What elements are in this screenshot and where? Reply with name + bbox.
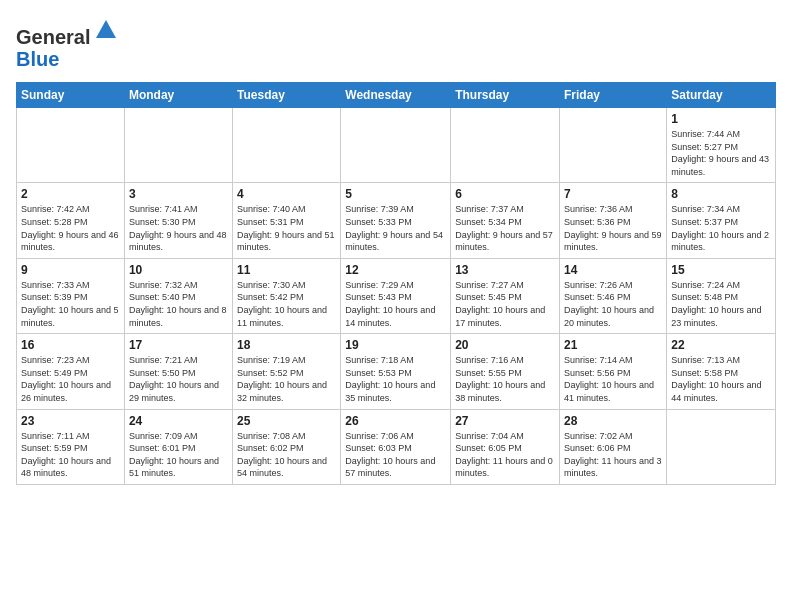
calendar-week-row: 9Sunrise: 7:33 AM Sunset: 5:39 PM Daylig… [17,258,776,333]
day-number: 11 [237,263,336,277]
day-number: 19 [345,338,446,352]
calendar-cell: 5Sunrise: 7:39 AM Sunset: 5:33 PM Daylig… [341,183,451,258]
calendar-cell: 15Sunrise: 7:24 AM Sunset: 5:48 PM Dayli… [667,258,776,333]
day-info: Sunrise: 7:44 AM Sunset: 5:27 PM Dayligh… [671,128,771,178]
day-number: 25 [237,414,336,428]
day-number: 4 [237,187,336,201]
day-info: Sunrise: 7:36 AM Sunset: 5:36 PM Dayligh… [564,203,662,253]
day-info: Sunrise: 7:02 AM Sunset: 6:06 PM Dayligh… [564,430,662,480]
weekday-header: Friday [560,83,667,108]
header: General Blue [16,16,776,70]
day-number: 6 [455,187,555,201]
calendar-cell [17,108,125,183]
calendar-cell: 8Sunrise: 7:34 AM Sunset: 5:37 PM Daylig… [667,183,776,258]
calendar-cell: 18Sunrise: 7:19 AM Sunset: 5:52 PM Dayli… [233,334,341,409]
day-info: Sunrise: 7:16 AM Sunset: 5:55 PM Dayligh… [455,354,555,404]
logo-icon [92,16,120,44]
calendar-table: SundayMondayTuesdayWednesdayThursdayFrid… [16,82,776,485]
calendar-cell: 27Sunrise: 7:04 AM Sunset: 6:05 PM Dayli… [451,409,560,484]
day-number: 14 [564,263,662,277]
logo-blue-text: Blue [16,48,59,70]
day-info: Sunrise: 7:29 AM Sunset: 5:43 PM Dayligh… [345,279,446,329]
calendar-cell: 2Sunrise: 7:42 AM Sunset: 5:28 PM Daylig… [17,183,125,258]
day-info: Sunrise: 7:19 AM Sunset: 5:52 PM Dayligh… [237,354,336,404]
calendar-cell [233,108,341,183]
calendar-cell: 1Sunrise: 7:44 AM Sunset: 5:27 PM Daylig… [667,108,776,183]
page: General Blue SundayMondayTuesdayWednesda… [0,0,792,495]
day-number: 22 [671,338,771,352]
calendar-week-row: 1Sunrise: 7:44 AM Sunset: 5:27 PM Daylig… [17,108,776,183]
day-number: 18 [237,338,336,352]
calendar-cell: 23Sunrise: 7:11 AM Sunset: 5:59 PM Dayli… [17,409,125,484]
day-info: Sunrise: 7:32 AM Sunset: 5:40 PM Dayligh… [129,279,228,329]
calendar-cell [341,108,451,183]
calendar-cell: 19Sunrise: 7:18 AM Sunset: 5:53 PM Dayli… [341,334,451,409]
calendar-cell: 25Sunrise: 7:08 AM Sunset: 6:02 PM Dayli… [233,409,341,484]
day-info: Sunrise: 7:14 AM Sunset: 5:56 PM Dayligh… [564,354,662,404]
day-info: Sunrise: 7:27 AM Sunset: 5:45 PM Dayligh… [455,279,555,329]
calendar-cell: 7Sunrise: 7:36 AM Sunset: 5:36 PM Daylig… [560,183,667,258]
weekday-header: Tuesday [233,83,341,108]
day-number: 28 [564,414,662,428]
calendar-cell: 13Sunrise: 7:27 AM Sunset: 5:45 PM Dayli… [451,258,560,333]
calendar-header-row: SundayMondayTuesdayWednesdayThursdayFrid… [17,83,776,108]
day-number: 12 [345,263,446,277]
day-info: Sunrise: 7:06 AM Sunset: 6:03 PM Dayligh… [345,430,446,480]
calendar-cell: 4Sunrise: 7:40 AM Sunset: 5:31 PM Daylig… [233,183,341,258]
calendar-cell: 26Sunrise: 7:06 AM Sunset: 6:03 PM Dayli… [341,409,451,484]
day-info: Sunrise: 7:09 AM Sunset: 6:01 PM Dayligh… [129,430,228,480]
logo: General Blue [16,16,120,70]
day-info: Sunrise: 7:30 AM Sunset: 5:42 PM Dayligh… [237,279,336,329]
day-number: 3 [129,187,228,201]
day-info: Sunrise: 7:08 AM Sunset: 6:02 PM Dayligh… [237,430,336,480]
day-number: 5 [345,187,446,201]
day-info: Sunrise: 7:23 AM Sunset: 5:49 PM Dayligh… [21,354,120,404]
day-number: 15 [671,263,771,277]
calendar-cell: 22Sunrise: 7:13 AM Sunset: 5:58 PM Dayli… [667,334,776,409]
day-number: 27 [455,414,555,428]
calendar-cell: 6Sunrise: 7:37 AM Sunset: 5:34 PM Daylig… [451,183,560,258]
weekday-header: Thursday [451,83,560,108]
day-info: Sunrise: 7:41 AM Sunset: 5:30 PM Dayligh… [129,203,228,253]
calendar-cell [451,108,560,183]
svg-marker-0 [96,20,116,38]
logo-general-text: General [16,26,90,48]
day-number: 13 [455,263,555,277]
day-number: 2 [21,187,120,201]
day-info: Sunrise: 7:37 AM Sunset: 5:34 PM Dayligh… [455,203,555,253]
day-number: 10 [129,263,228,277]
calendar-cell: 17Sunrise: 7:21 AM Sunset: 5:50 PM Dayli… [124,334,232,409]
day-info: Sunrise: 7:42 AM Sunset: 5:28 PM Dayligh… [21,203,120,253]
day-info: Sunrise: 7:04 AM Sunset: 6:05 PM Dayligh… [455,430,555,480]
day-number: 26 [345,414,446,428]
day-number: 24 [129,414,228,428]
day-number: 20 [455,338,555,352]
calendar-week-row: 23Sunrise: 7:11 AM Sunset: 5:59 PM Dayli… [17,409,776,484]
day-number: 9 [21,263,120,277]
weekday-header: Sunday [17,83,125,108]
calendar-cell: 24Sunrise: 7:09 AM Sunset: 6:01 PM Dayli… [124,409,232,484]
day-info: Sunrise: 7:24 AM Sunset: 5:48 PM Dayligh… [671,279,771,329]
day-number: 8 [671,187,771,201]
day-number: 7 [564,187,662,201]
calendar-cell: 14Sunrise: 7:26 AM Sunset: 5:46 PM Dayli… [560,258,667,333]
calendar-cell: 9Sunrise: 7:33 AM Sunset: 5:39 PM Daylig… [17,258,125,333]
day-info: Sunrise: 7:39 AM Sunset: 5:33 PM Dayligh… [345,203,446,253]
calendar-cell: 11Sunrise: 7:30 AM Sunset: 5:42 PM Dayli… [233,258,341,333]
day-info: Sunrise: 7:33 AM Sunset: 5:39 PM Dayligh… [21,279,120,329]
day-info: Sunrise: 7:34 AM Sunset: 5:37 PM Dayligh… [671,203,771,253]
day-number: 23 [21,414,120,428]
day-number: 17 [129,338,228,352]
calendar-cell: 10Sunrise: 7:32 AM Sunset: 5:40 PM Dayli… [124,258,232,333]
weekday-header: Monday [124,83,232,108]
day-info: Sunrise: 7:13 AM Sunset: 5:58 PM Dayligh… [671,354,771,404]
calendar-cell: 16Sunrise: 7:23 AM Sunset: 5:49 PM Dayli… [17,334,125,409]
calendar-cell [667,409,776,484]
weekday-header: Saturday [667,83,776,108]
calendar-cell: 21Sunrise: 7:14 AM Sunset: 5:56 PM Dayli… [560,334,667,409]
day-info: Sunrise: 7:18 AM Sunset: 5:53 PM Dayligh… [345,354,446,404]
calendar-cell: 28Sunrise: 7:02 AM Sunset: 6:06 PM Dayli… [560,409,667,484]
weekday-header: Wednesday [341,83,451,108]
day-info: Sunrise: 7:11 AM Sunset: 5:59 PM Dayligh… [21,430,120,480]
day-number: 1 [671,112,771,126]
